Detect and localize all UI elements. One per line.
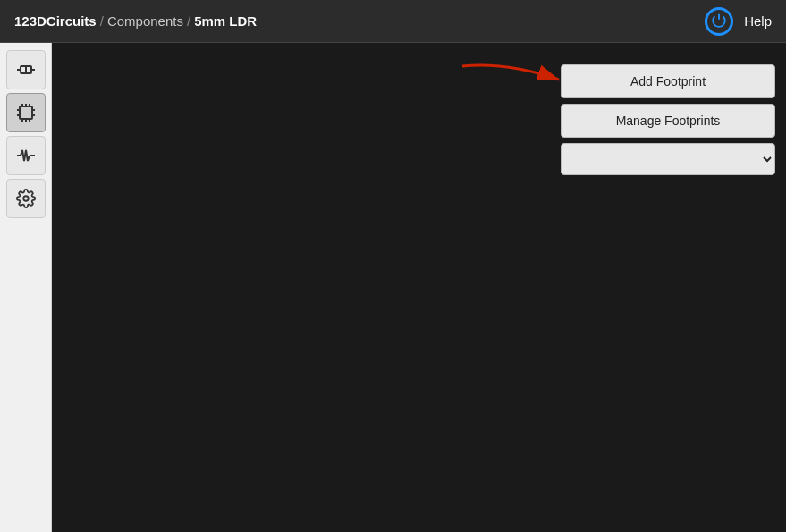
- right-panel: Add Footprint Manage Footprints: [561, 64, 775, 175]
- sidebar: [0, 43, 52, 532]
- brand-suffix: Circuits: [46, 13, 97, 29]
- add-footprint-button[interactable]: Add Footprint: [561, 64, 775, 98]
- breadcrumb: 123DCircuits / Components / 5mm LDR: [14, 13, 257, 29]
- manage-footprints-button[interactable]: Manage Footprints: [561, 104, 775, 138]
- help-link[interactable]: Help: [744, 13, 772, 29]
- arrow-annotation: [453, 57, 561, 102]
- power-icon[interactable]: [705, 7, 733, 36]
- canvas-area: Add Footprint Manage Footprints: [52, 43, 786, 532]
- breadcrumb-components[interactable]: Components: [107, 13, 183, 29]
- breadcrumb-sep2: /: [187, 13, 190, 29]
- sidebar-btn-settings[interactable]: [6, 179, 46, 218]
- header: 123DCircuits / Components / 5mm LDR Help: [0, 0, 786, 43]
- sidebar-btn-component[interactable]: [6, 50, 46, 89]
- breadcrumb-current: 5mm LDR: [194, 13, 257, 29]
- sidebar-btn-trim[interactable]: [6, 136, 46, 175]
- main-area: Add Footprint Manage Footprints: [0, 43, 786, 532]
- svg-point-17: [23, 196, 29, 201]
- svg-rect-4: [20, 106, 32, 119]
- brand-name: 123DCircuits: [14, 13, 97, 29]
- breadcrumb-sep1: /: [100, 13, 104, 29]
- header-right: Help: [705, 7, 772, 36]
- footprint-dropdown[interactable]: [561, 143, 775, 175]
- brand-bold: 123D: [14, 13, 46, 29]
- sidebar-btn-chip[interactable]: [6, 93, 46, 132]
